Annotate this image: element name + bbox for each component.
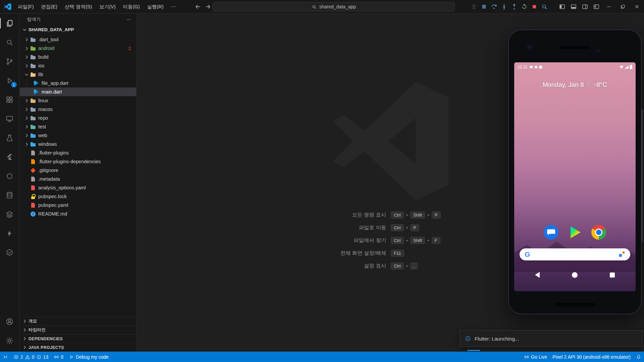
chevron-right-icon: [24, 107, 30, 112]
menu-item[interactable]: 이동(G): [119, 0, 144, 13]
tree-item[interactable]: .gitignore: [20, 166, 136, 175]
tree-item[interactable]: build: [20, 53, 136, 61]
activity-explorer-icon[interactable]: [0, 14, 19, 33]
tree-item[interactable]: .metadata: [20, 175, 136, 183]
explorer-section[interactable]: JAVA PROJECTS: [20, 343, 136, 352]
tree-item[interactable]: ios: [20, 61, 136, 70]
chevron-right-icon: [22, 336, 28, 342]
more-actions-icon[interactable]: [125, 16, 132, 23]
folder-icon: [30, 107, 36, 112]
menu-item[interactable]: 편집(E): [38, 0, 61, 13]
menu-item[interactable]: 선택 영역(S): [61, 0, 96, 13]
tree-item[interactable]: main.dart: [20, 87, 136, 96]
activity-settings-icon[interactable]: [0, 331, 19, 350]
tree-item[interactable]: analysis_options.yaml: [20, 183, 136, 192]
close-button[interactable]: [630, 0, 644, 13]
shortcut-label: 파일에서 찾기: [340, 237, 386, 244]
chevron-right-icon: [24, 63, 30, 69]
messages-app-icon[interactable]: [544, 225, 558, 240]
activity-layers-icon[interactable]: [0, 205, 19, 224]
statusbar-debug-task[interactable]: Debug my code: [66, 352, 111, 362]
notification-toast[interactable]: Flutter: Launching...: [460, 330, 643, 347]
tree-item[interactable]: pubspec.yaml: [20, 201, 136, 209]
tree-item[interactable]: .flutter-plugins-dependencies: [20, 157, 136, 166]
google-search-bar[interactable]: G: [520, 248, 630, 260]
lock-icon: [30, 194, 36, 199]
explorer-title: 탐색기: [27, 16, 41, 22]
menu-item[interactable]: 실행(R): [144, 0, 167, 13]
activity-remote-explorer-icon[interactable]: [0, 109, 19, 128]
tree-item[interactable]: lib: [20, 70, 136, 79]
layout-sidebar-icon[interactable]: [557, 2, 567, 11]
menu-item[interactable]: 파일(F): [14, 0, 38, 13]
activity-run-debug-icon[interactable]: 1: [0, 71, 19, 90]
chevron-right-icon: [24, 37, 30, 43]
navigate-back-icon[interactable]: [195, 3, 201, 10]
project-root-row[interactable]: SHARED_DATA_APP: [20, 25, 136, 34]
explorer-section[interactable]: 개요: [20, 317, 136, 325]
tree-item[interactable]: pubspec.lock: [20, 192, 136, 201]
assistant-mic-icon[interactable]: [619, 251, 625, 258]
tree-item[interactable]: README.md: [20, 209, 136, 218]
tree-item[interactable]: macos: [20, 105, 136, 114]
minimize-button[interactable]: [602, 0, 616, 13]
tree-item-label: README.md: [38, 211, 67, 217]
chrome-app-icon[interactable]: [591, 225, 606, 240]
layout-sidebar-right-icon[interactable]: [580, 2, 589, 11]
activity-test-beaker-icon[interactable]: [0, 128, 19, 147]
layout-customize-icon[interactable]: [592, 2, 601, 11]
statusbar-flutter-device[interactable]: Pixel 2 API 30 (android-x86 emulator): [550, 352, 633, 362]
android-emulator-window: 11:11 Monday, Jan 8 ☾ -8°C: [508, 29, 642, 314]
chevron-right-icon: [24, 133, 30, 138]
stop-icon[interactable]: [530, 2, 539, 11]
menu-more-button[interactable]: ⋯: [167, 0, 179, 13]
android-home-button[interactable]: [572, 272, 578, 278]
statusbar-notifications-bell[interactable]: [633, 352, 644, 362]
activity-database-icon[interactable]: [0, 186, 19, 205]
tree-item[interactable]: test: [20, 122, 136, 131]
tree-item-label: web: [38, 133, 47, 138]
step-over-icon[interactable]: [489, 2, 498, 11]
activity-account-icon[interactable]: [0, 312, 19, 331]
command-center-search[interactable]: shared_data_app: [213, 2, 455, 11]
tree-item[interactable]: .dart_tool: [20, 35, 136, 44]
statusbar-go-live[interactable]: Go Live: [521, 352, 550, 362]
statusbar-remote-indicator[interactable]: [0, 352, 11, 362]
tree-item[interactable]: android2: [20, 44, 136, 53]
activity-dart-devtools-icon[interactable]: [0, 167, 19, 186]
activity-flutter-icon[interactable]: [0, 147, 19, 167]
tree-item-label: linux: [38, 98, 48, 103]
folder-icon: [30, 141, 36, 147]
search-icon[interactable]: [540, 2, 549, 11]
activity-project-hex-icon[interactable]: [0, 243, 19, 262]
file-tree: .dart_toolandroid2buildioslibfile_app.da…: [20, 34, 136, 218]
tree-item[interactable]: .flutter-plugins: [20, 148, 136, 157]
restart-icon[interactable]: [520, 2, 529, 11]
step-into-icon[interactable]: [499, 2, 508, 11]
android-recents-button[interactable]: [610, 273, 615, 278]
tree-item[interactable]: linux: [20, 96, 136, 105]
tree-item[interactable]: web: [20, 131, 136, 140]
tree-item[interactable]: windows: [20, 140, 136, 148]
activity-extensions-icon[interactable]: [0, 90, 19, 109]
navigate-forward-icon[interactable]: [205, 3, 211, 10]
play-store-app-icon[interactable]: [568, 225, 582, 240]
proximity-sensor: [597, 50, 599, 52]
layout-panel-icon[interactable]: [569, 2, 578, 11]
pause-icon[interactable]: [479, 2, 488, 11]
menu-item[interactable]: 보기(V): [96, 0, 119, 13]
tree-item[interactable]: file_app.dart: [20, 79, 136, 87]
activity-thunder-client-icon[interactable]: [0, 224, 19, 243]
explorer-section[interactable]: DEPENDENCIES: [20, 334, 136, 343]
maximize-button[interactable]: [616, 0, 630, 13]
step-out-icon[interactable]: [509, 2, 519, 11]
statusbar-problems[interactable]: 2013: [11, 352, 51, 362]
tree-item[interactable]: repo: [20, 114, 136, 122]
android-back-button[interactable]: [535, 272, 540, 278]
emulator-screen[interactable]: 11:11 Monday, Jan 8 ☾ -8°C: [514, 62, 636, 291]
activity-search-icon[interactable]: [0, 33, 19, 52]
at-a-glance-widget[interactable]: Monday, Jan 8 ☾ -8°C: [514, 81, 636, 88]
statusbar-ports[interactable]: 0: [51, 352, 66, 362]
explorer-section[interactable]: 타임라인: [20, 325, 136, 334]
activity-source-control-icon[interactable]: [0, 52, 19, 71]
